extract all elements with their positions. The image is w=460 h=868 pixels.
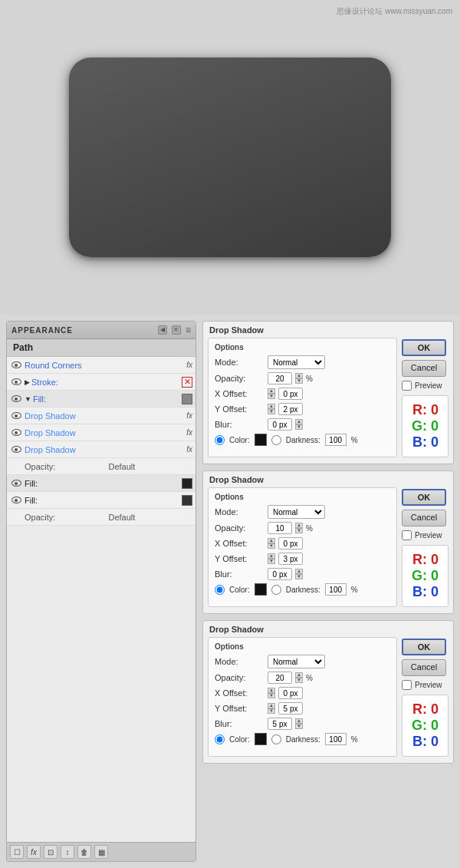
dsp1-preview-checkbox[interactable] xyxy=(402,381,412,391)
dsp2-y-input[interactable] xyxy=(278,553,303,565)
dsp1-rgb-g: G: 0 xyxy=(412,418,439,434)
dsp3-y-stepper[interactable]: ▲▼ xyxy=(268,703,275,714)
eye-icon-round-corners[interactable] xyxy=(10,359,22,371)
dsp3-options-title: Options xyxy=(215,642,390,651)
dsp1-mode-select[interactable]: Normal xyxy=(268,355,325,369)
dsp2-y-stepper[interactable]: ▲▼ xyxy=(268,553,275,564)
dsp3-x-stepper[interactable]: ▲▼ xyxy=(268,688,275,698)
list-item: ▶ Stroke: ✕ xyxy=(7,374,196,391)
dsp1-darkness-radio[interactable] xyxy=(271,435,281,445)
fill-label: Fill: xyxy=(33,394,179,404)
dsp2-x-input[interactable] xyxy=(278,537,303,550)
appearance-menu-icon[interactable]: ≡ xyxy=(186,325,191,335)
ds2-fx: fx xyxy=(186,428,192,437)
dsp2-preview-row: Preview xyxy=(402,530,449,540)
dsp1-options-title: Options xyxy=(215,343,390,351)
dsp2-rgb-b: B: 0 xyxy=(412,584,439,600)
dsp2-color-swatch[interactable] xyxy=(255,583,267,596)
dsp1-opacity-input[interactable] xyxy=(268,372,292,384)
dsp3-opacity-input[interactable] xyxy=(268,672,292,684)
dsp3-body: Options Mode: Normal Opacity: ▲▼ % X Off… xyxy=(203,637,453,763)
dsp2-darkness-radio[interactable] xyxy=(271,585,281,595)
duplicate-btn[interactable]: ⊡ xyxy=(44,845,58,859)
dsp3-cancel-btn[interactable]: Cancel xyxy=(402,659,446,676)
dsp3-blur-row: Blur: ▲▼ xyxy=(215,718,390,730)
dsp1-preview-row: Preview xyxy=(402,381,449,391)
dsp1-y-label: Y Offset: xyxy=(215,404,264,414)
dsp3-darkness-radio[interactable] xyxy=(271,734,281,744)
dsp3-x-input[interactable] xyxy=(278,687,303,699)
dsp3-preview-checkbox[interactable] xyxy=(402,680,412,690)
dsp2-ok-btn[interactable]: OK xyxy=(402,489,446,506)
dsp1-x-stepper[interactable]: ▲▼ xyxy=(268,388,275,399)
dsp3-rgb-display: R: 0 G: 0 B: 0 xyxy=(402,695,449,757)
delete-btn[interactable]: 🗑 xyxy=(77,845,91,859)
dsp1-y-input[interactable] xyxy=(278,403,303,415)
dsp1-cancel-btn[interactable]: Cancel xyxy=(402,360,446,377)
eye-icon-fill2[interactable] xyxy=(10,477,22,490)
appearance-titlebar: APPEARANCE ◀ ✕ ≡ xyxy=(7,322,196,339)
dsp3-rgb-g: G: 0 xyxy=(412,718,439,734)
dsp1-color-label: Color: xyxy=(229,436,250,444)
right-panels: Drop Shadow Options Mode: Normal Opacity… xyxy=(202,321,454,862)
dsp2-cancel-btn[interactable]: Cancel xyxy=(402,510,446,526)
dsp1-blur-input[interactable] xyxy=(268,418,292,431)
appearance-title: APPEARANCE xyxy=(12,326,73,335)
appearance-collapse-btn[interactable]: ◀ xyxy=(158,325,167,335)
dsp2-color-label: Color: xyxy=(229,586,250,594)
dsp1-color-swatch[interactable] xyxy=(255,434,267,446)
new-layer-btn[interactable]: ☐ xyxy=(10,845,24,859)
dsp3-buttons: OK Cancel Preview xyxy=(402,639,449,690)
reorder-btn[interactable]: ↕ xyxy=(61,845,74,859)
dsp2-x-stepper[interactable]: ▲▼ xyxy=(268,538,275,549)
eye-icon-ds1[interactable] xyxy=(10,410,22,422)
dsp1-mode-row: Mode: Normal xyxy=(215,355,390,369)
eye-icon-ds3[interactable] xyxy=(10,444,22,456)
dsp2-x-label: X Offset: xyxy=(215,539,264,548)
dsp3-color-radio[interactable] xyxy=(215,734,225,744)
dsp2-mode-select[interactable]: Normal xyxy=(268,505,325,519)
list-item: Opacity: Default xyxy=(7,458,196,475)
dsp2-darkness-input[interactable] xyxy=(325,583,347,596)
dsp2-blur-stepper[interactable]: ▲▼ xyxy=(295,569,303,579)
dsp1-y-stepper[interactable]: ▲▼ xyxy=(268,404,275,414)
dsp2-color-radio[interactable] xyxy=(215,585,225,595)
dsp1-x-row: X Offset: ▲▼ xyxy=(215,388,390,400)
dsp2-y-row: Y Offset: ▲▼ xyxy=(215,553,390,565)
dsp3-color-swatch[interactable] xyxy=(255,733,267,745)
dsp2-opacity-stepper[interactable]: ▲▼ xyxy=(295,523,303,533)
dsp3-opacity-stepper[interactable]: ▲▼ xyxy=(295,672,303,683)
dsp3-y-row: Y Offset: ▲▼ xyxy=(215,702,390,715)
dsp2-preview-checkbox[interactable] xyxy=(402,530,412,540)
dsp3-mode-select[interactable]: Normal xyxy=(268,655,325,668)
dsp1-color-row: Color: Darkness: % xyxy=(215,434,390,446)
dsp1-darkness-input[interactable] xyxy=(325,434,347,446)
dsp3-darkness-input[interactable] xyxy=(325,733,347,745)
eye-icon-stroke[interactable] xyxy=(10,376,22,388)
opacity-value-1: Default xyxy=(109,462,193,471)
dsp3-mode-row: Mode: Normal xyxy=(215,655,390,668)
drop-shadow-2-label: Drop Shadow xyxy=(25,428,183,437)
grid-btn[interactable]: ▦ xyxy=(94,845,108,859)
appearance-scroll[interactable]: Round Corners fx ▶ Stroke: ✕ ▼ Fill: xyxy=(7,357,196,842)
dsp2-blur-input[interactable] xyxy=(268,568,292,580)
dsp3-opacity-label: Opacity: xyxy=(215,673,264,682)
appearance-close-btn[interactable]: ✕ xyxy=(172,325,181,335)
dsp3-y-input[interactable] xyxy=(278,702,303,715)
dsp1-opacity-stepper[interactable]: ▲▼ xyxy=(295,373,303,384)
eye-icon-fill3[interactable] xyxy=(10,494,22,507)
dsp3-blur-input[interactable] xyxy=(268,718,292,730)
dsp1-buttons: OK Cancel Preview xyxy=(402,339,449,391)
dsp3-blur-stepper[interactable]: ▲▼ xyxy=(295,718,303,729)
dsp1-blur-stepper[interactable]: ▲▼ xyxy=(295,419,303,430)
fill-swatch xyxy=(182,394,192,404)
dsp2-opacity-input[interactable] xyxy=(268,522,292,534)
dsp1-ok-btn[interactable]: OK xyxy=(402,339,446,356)
dsp1-x-input[interactable] xyxy=(278,388,303,400)
dsp3-ok-btn[interactable]: OK xyxy=(402,639,446,655)
eye-icon-fill[interactable] xyxy=(10,393,22,405)
eye-icon-ds2[interactable] xyxy=(10,427,22,439)
dsp1-color-radio[interactable] xyxy=(215,435,225,445)
fx-btn[interactable]: fx xyxy=(27,845,41,859)
fill3-swatch xyxy=(182,495,192,506)
